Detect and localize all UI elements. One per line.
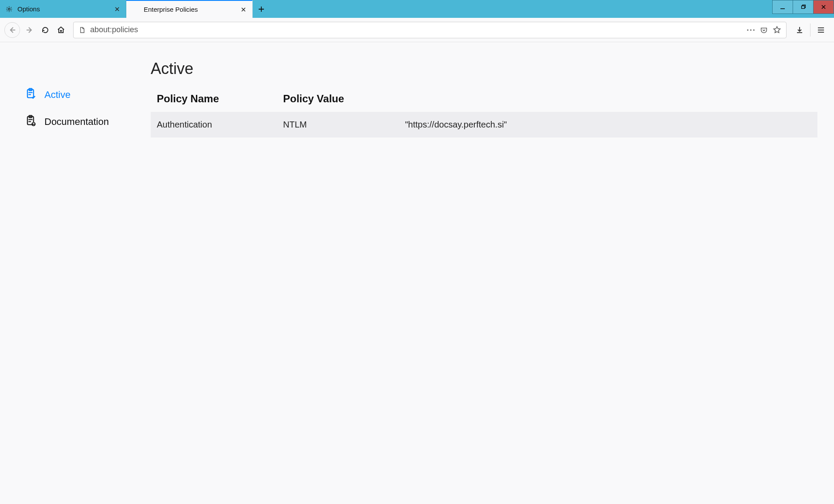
about-policies-page: Active Documentation Active Policy Name: [0, 42, 834, 504]
tabstrip-spacer: [270, 0, 773, 18]
close-icon[interactable]: [238, 4, 249, 15]
window-controls: [773, 0, 834, 18]
tab-favicon: [132, 6, 139, 13]
svg-point-0: [8, 8, 10, 10]
sidebar-item-active[interactable]: Active: [0, 81, 151, 108]
policies-content: Active Policy Name Policy Value Authenti…: [151, 42, 834, 504]
policies-sidebar: Active Documentation: [0, 42, 151, 504]
back-button[interactable]: [4, 22, 20, 38]
url-input[interactable]: [88, 25, 744, 35]
pocket-icon[interactable]: [757, 24, 770, 37]
tab-enterprise-policies[interactable]: Enterprise Policies: [126, 0, 253, 18]
home-button[interactable]: [53, 22, 69, 38]
tab-title: Enterprise Policies: [144, 6, 238, 13]
svg-rect-1: [802, 6, 805, 9]
svg-point-3: [747, 29, 748, 30]
window-close-button[interactable]: [813, 0, 834, 14]
reload-button[interactable]: [37, 22, 53, 38]
close-icon[interactable]: [112, 4, 122, 14]
cell-policy-value-detail: "https://docsay.perftech.si": [399, 112, 817, 138]
svg-point-4: [750, 29, 751, 30]
policies-table: Policy Name Policy Value Authentication …: [151, 86, 817, 138]
window-restore-button[interactable]: [793, 0, 814, 14]
page-actions-icon[interactable]: [744, 24, 757, 37]
svg-point-11: [33, 125, 34, 125]
cell-policy-value-key: NTLM: [277, 112, 399, 138]
new-tab-button[interactable]: [253, 0, 270, 18]
sidebar-item-documentation[interactable]: Documentation: [0, 108, 151, 135]
cell-policy-name: Authentication: [151, 112, 277, 138]
browser-toolbar: [0, 18, 834, 42]
downloads-icon[interactable]: [791, 21, 808, 39]
forward-button[interactable]: [22, 22, 37, 38]
col-policy-value: Policy Value: [277, 86, 817, 112]
clipboard-check-icon: [24, 87, 37, 102]
clipboard-question-icon: [24, 114, 37, 129]
tab-title: Options: [17, 5, 112, 13]
bookmark-star-icon[interactable]: [770, 24, 783, 37]
tab-options[interactable]: Options: [0, 0, 126, 18]
window-minimize-button[interactable]: [772, 0, 793, 14]
table-row: Authentication NTLM "https://docsay.perf…: [151, 112, 817, 138]
page-heading: Active: [151, 60, 817, 78]
col-policy-name: Policy Name: [151, 86, 277, 112]
gear-icon: [5, 5, 13, 13]
app-menu-icon[interactable]: [812, 21, 830, 39]
browser-tabstrip: Options Enterprise Policies: [0, 0, 834, 18]
page-info-icon[interactable]: [76, 24, 88, 36]
url-bar[interactable]: [73, 22, 787, 38]
sidebar-item-label: Active: [44, 89, 71, 101]
sidebar-item-label: Documentation: [44, 116, 109, 128]
svg-point-2: [61, 30, 62, 31]
svg-point-5: [753, 29, 754, 30]
toolbar-separator: [810, 24, 810, 37]
